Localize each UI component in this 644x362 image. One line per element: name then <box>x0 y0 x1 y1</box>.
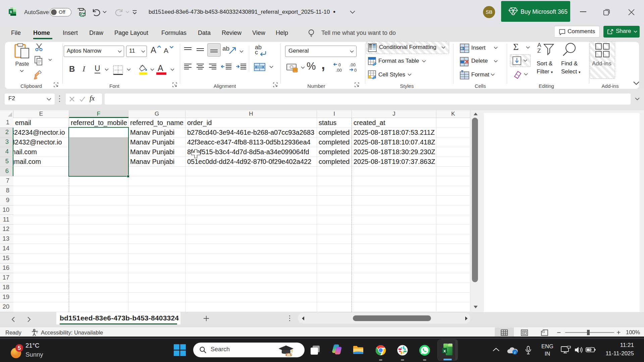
svg-text:?: ? <box>36 330 38 334</box>
svg-text:0: 0 <box>354 68 357 72</box>
svg-text:0: 0 <box>338 62 341 67</box>
svg-text:x: x <box>10 9 12 14</box>
svg-text:x: x <box>443 348 446 353</box>
svg-text:.00: .00 <box>336 68 342 72</box>
svg-text:.00: .00 <box>350 62 356 67</box>
svg-text:5: 5 <box>18 345 21 351</box>
